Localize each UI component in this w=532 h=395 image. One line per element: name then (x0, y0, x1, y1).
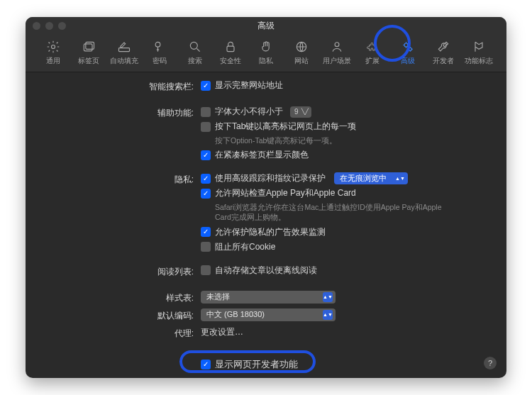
gears-icon (401, 40, 415, 54)
chevron-updown-icon: ▲▼ (395, 174, 405, 184)
toolbar: 通用 标签页 自动填充 密码 搜索 安全性 隐私 网站 (26, 34, 506, 72)
hand-icon (259, 40, 273, 54)
hint-option-tab: 按下Option-Tab键高亮标记每一项。 (215, 135, 442, 145)
checkbox-icon (201, 360, 211, 369)
svg-point-4 (155, 42, 160, 47)
tab-developer[interactable]: 开发者 (427, 36, 460, 70)
tab-tabs[interactable]: 标签页 (72, 36, 105, 70)
tab-advanced[interactable]: 高级 (392, 36, 424, 70)
key-icon (153, 40, 167, 54)
tab-privacy[interactable]: 隐私 (250, 36, 282, 70)
traffic-lights[interactable] (33, 22, 66, 30)
svg-rect-6 (227, 46, 234, 52)
tab-search[interactable]: 搜索 (179, 36, 211, 70)
checkbox-ad-measure[interactable]: 允许保护隐私的广告效果监测 (201, 226, 491, 238)
puzzle-icon (365, 40, 379, 54)
tab-flags[interactable]: 功能标志 (462, 36, 495, 70)
person-icon (330, 40, 344, 54)
label-smart-search: 智能搜索栏: (41, 79, 201, 93)
select-tracking-mode[interactable]: 在无痕浏览中 ▲▼ (334, 172, 408, 184)
chevron-updown-icon: ▲▼ (323, 310, 333, 320)
checkbox-icon (201, 122, 211, 132)
pencil-field-icon (117, 40, 131, 54)
checkbox-apple-pay[interactable]: 允许网站检查Apple Pay和Apple Card (201, 187, 491, 199)
svg-rect-1 (84, 44, 92, 51)
tab-security[interactable]: 安全性 (214, 36, 247, 70)
close-dot[interactable] (33, 22, 40, 30)
tab-profiles[interactable]: 用户场景 (321, 36, 353, 70)
svg-point-8 (335, 43, 339, 47)
preferences-window: 高级 通用 标签页 自动填充 密码 搜索 安全性 隐私 (26, 17, 506, 378)
label-stylesheet: 样式表: (41, 291, 201, 304)
flag-icon (472, 40, 486, 54)
label-accessibility: 辅助功能: (41, 106, 201, 119)
gear-icon (46, 40, 60, 54)
tab-passwords[interactable]: 密码 (143, 36, 176, 70)
checkbox-block-cookies[interactable]: 阻止所有Cookie (201, 241, 491, 253)
chevron-updown-icon: ▲▼ (323, 292, 333, 302)
svg-rect-3 (119, 48, 130, 52)
checkbox-compact-color[interactable]: 在紧凑标签页栏显示颜色 (201, 149, 491, 161)
checkbox-icon (201, 174, 211, 184)
svg-point-9 (404, 43, 408, 47)
svg-point-10 (409, 48, 411, 50)
checkbox-show-full-address[interactable]: 显示完整网站地址 (201, 79, 491, 91)
label-proxy: 代理: (41, 326, 201, 340)
tabs-icon (82, 40, 96, 54)
svg-rect-2 (86, 42, 94, 49)
checkbox-show-develop-menu[interactable]: 显示网页开发者功能 (201, 358, 491, 371)
chevron-updown-icon: ╲╱ (301, 109, 309, 115)
checkbox-icon (201, 150, 211, 160)
checkbox-icon (201, 107, 211, 117)
select-encoding[interactable]: 中文 (GB 18030) ▲▼ (201, 308, 336, 321)
titlebar: 高级 (26, 17, 506, 34)
hint-apple-pay: Safari浏览器允许你在这台Mac上通过触控ID使用Apple Pay和App… (215, 202, 442, 222)
checkbox-tab-highlight[interactable]: 按下Tab键以高亮标记网页上的每一项 (201, 121, 491, 133)
svg-point-5 (190, 42, 197, 49)
tab-general[interactable]: 通用 (37, 36, 70, 70)
wrench-icon (436, 40, 450, 54)
checkbox-icon (201, 227, 211, 237)
minimize-dot[interactable] (45, 22, 53, 30)
globe-icon (294, 40, 309, 54)
window-title: 高级 (26, 20, 506, 32)
help-button[interactable]: ? (484, 357, 497, 369)
label-privacy: 隐私: (41, 172, 201, 186)
checkbox-icon (201, 265, 211, 275)
search-icon (188, 40, 202, 54)
checkbox-auto-save-offline[interactable]: 自动存储文章以便离线阅读 (201, 265, 491, 277)
content: 智能搜索栏: 显示完整网站地址 辅助功能: 字体大小不得小于 9 ╲╱ (26, 72, 506, 378)
min-font-stepper[interactable]: 9 ╲╱ (290, 106, 311, 118)
label-reading-list: 阅读列表: (41, 265, 201, 278)
checkbox-advanced-tracking[interactable]: 使用高级跟踪和指纹记录保护 在无痕浏览中 ▲▼ (201, 172, 491, 184)
link-change-proxy[interactable]: 更改设置… (201, 327, 243, 337)
checkbox-icon (201, 242, 211, 252)
tab-extensions[interactable]: 扩展 (356, 36, 389, 70)
checkbox-min-font[interactable]: 字体大小不得小于 9 ╲╱ (201, 106, 491, 118)
select-stylesheet[interactable]: 未选择 ▲▼ (201, 291, 336, 304)
tab-autofill[interactable]: 自动填充 (108, 36, 140, 70)
tab-websites[interactable]: 网站 (285, 36, 318, 70)
checkbox-icon (201, 81, 211, 91)
zoom-dot[interactable] (58, 22, 66, 30)
lock-icon (223, 40, 238, 54)
checkbox-icon (201, 189, 211, 199)
label-encoding: 默认编码: (41, 308, 201, 322)
svg-point-0 (52, 45, 55, 49)
